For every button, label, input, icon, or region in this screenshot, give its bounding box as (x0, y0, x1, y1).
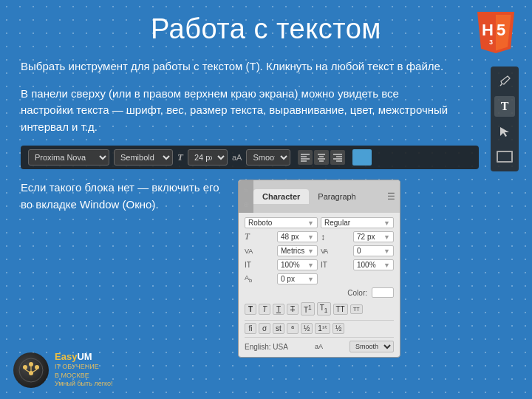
kerning-value[interactable]: Metrics ▼ (277, 245, 318, 256)
align-center-button[interactable] (314, 150, 329, 165)
color-row: Color: (245, 287, 394, 298)
page-title: Работа с текстом (21, 13, 511, 45)
allcaps-type-btn[interactable]: TT (333, 304, 348, 315)
weight-select[interactable]: Semibold (114, 149, 173, 166)
baseline-label: Ab (245, 274, 258, 284)
character-panel: ≡ ⊕ Character Paragraph ☰ Roboto ▼ (238, 180, 400, 358)
st-btn[interactable]: st (273, 323, 284, 334)
main-content: Работа с текстом Выбрать инструмент для … (0, 0, 532, 371)
svg-text:3: 3 (489, 38, 493, 46)
glyphs-row: fi σ st ª ½ 1ˢᵗ ½ (245, 320, 394, 334)
bold-type-btn[interactable]: T (245, 304, 256, 315)
baseline-row: Ab 0 px ▼ (245, 273, 318, 284)
tracking-value[interactable]: 0 ▼ (353, 245, 394, 256)
kerning-label-text: VA (245, 248, 258, 255)
bottom-section: Если такого блока нет — включить его во … (21, 180, 511, 358)
italic-type-btn[interactable]: T (259, 304, 270, 315)
strikethrough-type-btn[interactable]: T (287, 304, 299, 315)
antialiasing-select[interactable]: Smooth (246, 149, 290, 166)
horiz-scale-label: IT (321, 261, 334, 269)
ordinal-a-btn[interactable]: ª (287, 323, 299, 334)
panel-menu-icon[interactable]: ☰ (383, 188, 400, 205)
paragraph-tab[interactable]: Paragraph (309, 189, 364, 204)
superscript-type-btn[interactable]: T1 (301, 302, 315, 316)
paragraph-3: Если такого блока нет — включить его во … (21, 180, 228, 213)
type-style-row: T T T T T1 T1 TT TT (245, 302, 394, 316)
character-tab[interactable]: Character (253, 189, 309, 204)
leading-label: ↕ (321, 232, 334, 242)
svg-text:5: 5 (497, 21, 505, 39)
size-select[interactable]: 24 px (188, 149, 228, 166)
logo-subtext: Умный быть легко! (55, 380, 113, 389)
size-row: T 48 px ▼ (245, 231, 318, 242)
panel-side-icons: ≡ ⊕ (239, 180, 253, 213)
size-label: T (245, 231, 258, 242)
language-label: English: USA (245, 343, 288, 351)
text-tool-icon[interactable]: T (494, 96, 515, 117)
vert-scale-label: IT (245, 261, 258, 269)
font-size-icon: T (177, 151, 183, 163)
color-picker[interactable] (372, 287, 394, 298)
underline-type-btn[interactable]: T (273, 304, 284, 315)
language-row: English: USA aA Smooth (245, 337, 394, 352)
baseline-value[interactable]: 0 px ▼ (277, 273, 318, 284)
style-value[interactable]: Regular ▼ (321, 217, 394, 228)
fraction-btn[interactable]: ½ (301, 323, 313, 334)
cursor-icon[interactable] (494, 121, 515, 142)
text-toolbar: Proxima Nova Semibold T 24 px aA Smooth (21, 146, 479, 169)
kerning-row: VA Metrics ▼ (245, 245, 318, 256)
color-swatch[interactable] (352, 149, 372, 166)
color-label: Color: (347, 289, 367, 297)
font-row: Roboto ▼ Regular ▼ (245, 217, 394, 228)
svg-point-26 (29, 371, 33, 375)
paragraph-1: Выбрать инструмент для работы с текстом … (21, 58, 449, 75)
ordinal-1-btn[interactable]: 1ˢᵗ (315, 323, 330, 334)
smooth-select[interactable]: Smooth (349, 341, 394, 352)
eyedropper-icon[interactable] (494, 71, 515, 92)
horiz-scale-row: IT 100% ▼ (321, 259, 394, 270)
smallcaps-type-btn[interactable]: TT (350, 304, 363, 314)
sigma-btn[interactable]: σ (259, 323, 270, 334)
vert-scale-value[interactable]: 100% ▼ (277, 259, 318, 270)
svg-marker-6 (500, 127, 509, 137)
font-value[interactable]: Roboto ▼ (245, 217, 318, 228)
font-select[interactable]: Proxima Nova (28, 149, 109, 166)
rectangle-icon[interactable] (494, 146, 515, 167)
aa-smooth-label: aA (315, 343, 323, 350)
align-right-button[interactable] (330, 150, 345, 165)
leading-row: ↕ 72 px ▼ (321, 231, 394, 242)
tracking-label-text: VA (321, 248, 334, 255)
align-group (298, 150, 345, 165)
leading-value[interactable]: 72 px ▼ (353, 231, 394, 242)
vert-scale-row: IT 100% ▼ (245, 259, 318, 270)
panel-icon-1: ≡ (240, 183, 252, 195)
tracking-row: VA 0 ▼ (321, 245, 394, 256)
paragraph-2: В панели сверху (или в правом верхнем кр… (21, 86, 449, 136)
size-value[interactable]: 48 px ▼ (277, 231, 318, 242)
horiz-scale-value[interactable]: 100% ▼ (353, 259, 394, 270)
panel-icon-2: ⊕ (240, 198, 252, 210)
svg-line-5 (500, 84, 502, 86)
subscript-type-btn[interactable]: T1 (317, 302, 331, 316)
aa-icon: aA (232, 153, 242, 162)
svg-text:H: H (482, 21, 494, 39)
char-panel-body: Roboto ▼ Regular ▼ T 48 px ▼ (239, 213, 400, 357)
html5-badge: H 5 3 (473, 9, 519, 55)
align-left-button[interactable] (298, 150, 313, 165)
half-btn[interactable]: ½ (332, 323, 344, 334)
tools-panel: T (491, 66, 519, 171)
fi-ligature-btn[interactable]: fi (245, 323, 256, 334)
